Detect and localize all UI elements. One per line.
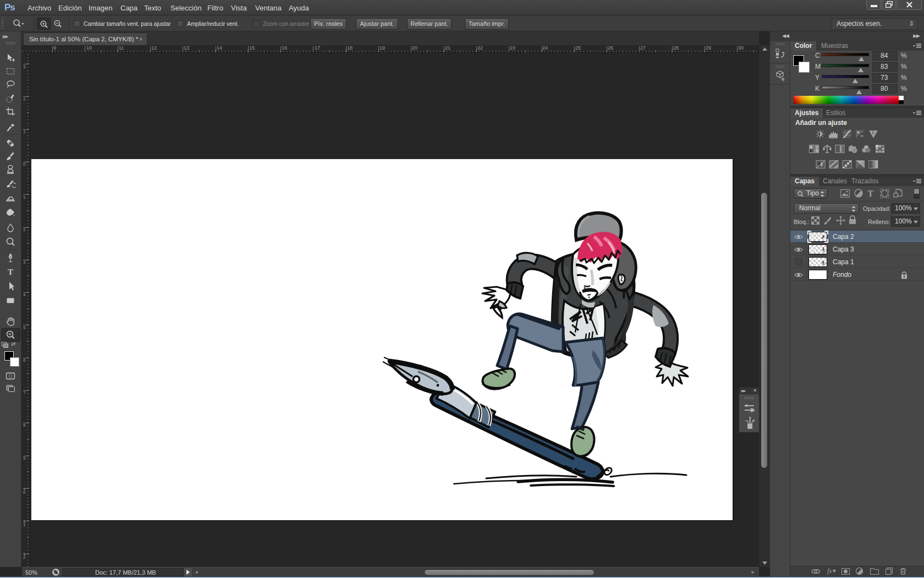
svg-text:T: T bbox=[8, 268, 13, 276]
